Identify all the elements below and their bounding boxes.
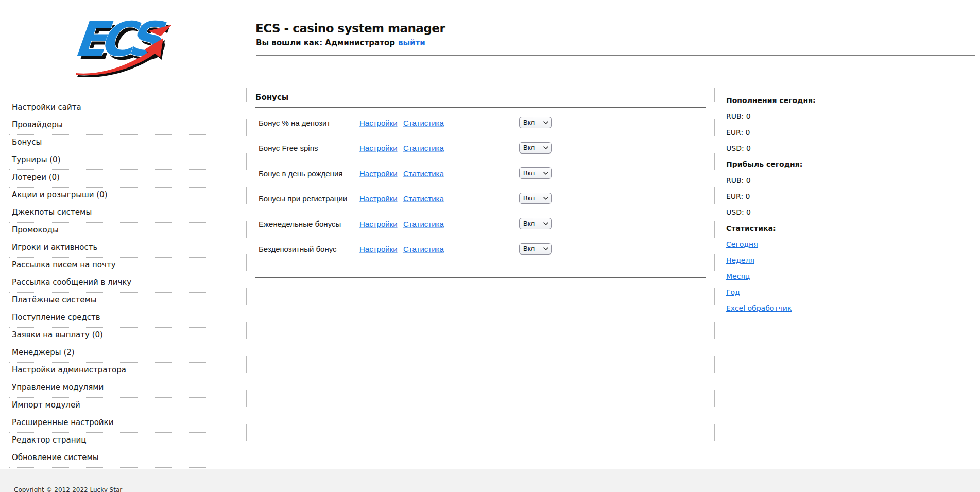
stats-link-year[interactable]: Год (726, 288, 740, 296)
bonus-statistics-link[interactable]: Статистика (403, 194, 444, 202)
sidebar-item[interactable]: Настройки сайта (9, 100, 220, 117)
sidebar-item[interactable]: Бонусы (9, 135, 220, 152)
stats-link-today[interactable]: Сегодня (726, 240, 758, 248)
sidebar-item[interactable]: Платёжные системы (9, 293, 220, 310)
toggle-selected-value: Вкл (523, 169, 543, 177)
login-status: Вы вошли как: Администраторвыйти (256, 38, 425, 47)
bonus-toggle-select[interactable]: Вкл (519, 243, 552, 255)
sidebar-item[interactable]: Лотереи (0) (9, 170, 220, 188)
sidebar-item[interactable]: Расширенные настройки (9, 415, 220, 433)
sidebar-item[interactable]: Игроки и активность (9, 240, 220, 258)
bonus-statistics-link[interactable]: Статистика (403, 219, 444, 228)
sidebar-item[interactable]: Менеджеры (2) (9, 345, 220, 363)
sidebar-item[interactable]: Провайдеры (9, 117, 220, 135)
bonus-name: Еженедельные бонусы (259, 219, 341, 228)
section-top-divider (255, 107, 706, 108)
bonus-statistics-link[interactable]: Статистика (403, 168, 444, 177)
sidebar-menu: Настройки сайта Провайдеры Бонусы Турнир… (9, 100, 220, 468)
bonus-toggle-select[interactable]: Вкл (519, 193, 552, 204)
bonus-name: Бездепозитный бонус (259, 244, 337, 253)
sidebar-item[interactable]: Импорт модулей (9, 398, 220, 415)
footer: Copyright © 2012-2022 Lucky Star (0, 469, 980, 492)
bonus-row: Бонус в день рождения Настройки Статисти… (255, 160, 706, 185)
left-content-divider (246, 88, 247, 457)
sidebar-item[interactable]: Настройки администратора (9, 363, 220, 380)
copyright-text: Copyright © 2012-2022 Lucky Star (14, 486, 122, 492)
deposits-usd-value: USD: 0 (726, 141, 881, 157)
sidebar-item[interactable]: Акции и розыгрыши (0) (9, 188, 220, 205)
chevron-down-icon (543, 247, 548, 250)
stats-link-month[interactable]: Месяц (726, 272, 750, 280)
profit-eur-value: EUR: 0 (726, 189, 881, 205)
toggle-selected-value: Вкл (523, 118, 543, 126)
bonus-statistics-link[interactable]: Статистика (403, 118, 444, 127)
header-divider (256, 55, 975, 56)
right-stats-panel: Пополнения сегодня: RUB: 0 EUR: 0 USD: 0… (726, 93, 881, 316)
bonus-row: Бонус % на депозит Настройки Статистика … (255, 110, 706, 135)
bonus-statistics-link[interactable]: Статистика (403, 143, 444, 152)
chevron-down-icon (543, 222, 548, 225)
bonus-settings-link[interactable]: Настройки (359, 194, 398, 202)
toggle-selected-value: Вкл (523, 245, 543, 252)
profit-today-heading: Прибыль сегодня: (726, 157, 881, 173)
bonus-toggle-select[interactable]: Вкл (519, 218, 552, 229)
deposits-today-heading: Пополнения сегодня: (726, 93, 881, 109)
sidebar-item[interactable]: Джекпоты системы (9, 205, 220, 223)
bonus-name: Бонус Free spins (259, 143, 318, 152)
bonus-toggle-select[interactable]: Вкл (519, 117, 552, 128)
chevron-down-icon (543, 172, 548, 175)
bonus-settings-link[interactable]: Настройки (359, 143, 398, 152)
sidebar-item[interactable]: Редактор страниц (9, 433, 220, 450)
bonus-settings-link[interactable]: Настройки (359, 168, 398, 177)
bonus-settings-link[interactable]: Настройки (359, 118, 398, 127)
toggle-selected-value: Вкл (523, 219, 543, 227)
bonus-settings-link[interactable]: Настройки (359, 219, 398, 228)
bonus-row: Бездепозитный бонус Настройки Статистика… (255, 236, 706, 261)
stats-link-week[interactable]: Неделя (726, 256, 754, 264)
login-status-text: Вы вошли как: Администратор (256, 38, 395, 47)
profit-rub-value: RUB: 0 (726, 173, 881, 189)
bonus-toggle-select[interactable]: Вкл (519, 167, 552, 179)
logo-letters: ECS ECS (71, 11, 171, 71)
chevron-down-icon (543, 121, 548, 124)
sidebar-item[interactable]: Рассылка сообщений в личку (9, 275, 220, 293)
bonus-name: Бонус в день рождения (259, 168, 342, 177)
logout-link[interactable]: выйти (398, 38, 425, 47)
section-heading: Бонусы (255, 89, 706, 107)
right-content-divider (714, 88, 715, 457)
sidebar-item[interactable]: Заявки на выплату (0) (9, 328, 220, 345)
stats-link-excel[interactable]: Excel обработчик (726, 304, 792, 312)
ecs-logo[interactable]: ECS ECS (71, 9, 179, 77)
chevron-down-icon (543, 197, 548, 200)
main-content: Бонусы Бонус % на депозит Настройки Стат… (255, 89, 706, 278)
sidebar-item[interactable]: Управление модулями (9, 380, 220, 398)
deposits-eur-value: EUR: 0 (726, 125, 881, 141)
bonus-row: Бонусы при регистрации Настройки Статист… (255, 185, 706, 211)
sidebar-item[interactable]: Рассылка писем на почту (9, 258, 220, 275)
page-title: ECS - casino system manager (255, 22, 445, 35)
deposits-rub-value: RUB: 0 (726, 109, 881, 125)
sidebar-item[interactable]: Поступление средств (9, 310, 220, 328)
statistics-heading: Статистика: (726, 220, 881, 236)
bonus-statistics-link[interactable]: Статистика (403, 244, 444, 253)
section-bottom-divider (255, 277, 706, 278)
bonus-list: Бонус % на депозит Настройки Статистика … (255, 110, 706, 261)
bonus-toggle-select[interactable]: Вкл (519, 142, 552, 154)
bonus-name: Бонус % на депозит (259, 118, 330, 127)
bonus-row: Бонус Free spins Настройки Статистика Вк… (255, 135, 706, 160)
profit-usd-value: USD: 0 (726, 205, 881, 220)
bonus-name: Бонусы при регистрации (259, 194, 347, 202)
bonus-row: Еженедельные бонусы Настройки Статистика… (255, 211, 706, 236)
bonus-settings-link[interactable]: Настройки (359, 244, 398, 253)
toggle-selected-value: Вкл (523, 144, 543, 151)
sidebar-item[interactable]: Промокоды (9, 223, 220, 240)
chevron-down-icon (543, 146, 548, 149)
toggle-selected-value: Вкл (523, 194, 543, 202)
sidebar-item[interactable]: Обновление системы (9, 450, 220, 468)
sidebar-item[interactable]: Турниры (0) (9, 152, 220, 170)
